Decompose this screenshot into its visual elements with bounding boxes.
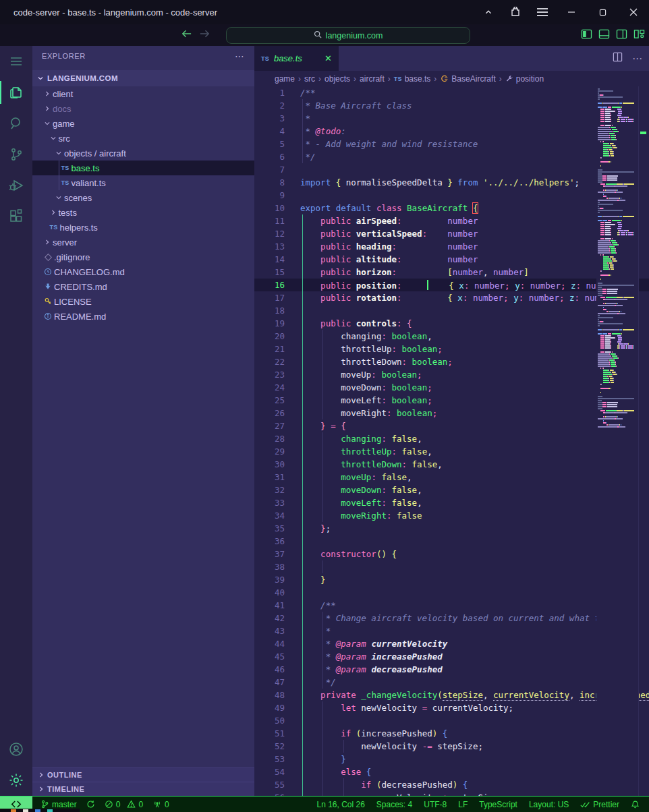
status-item-bell[interactable] [631,800,640,809]
settings-icon[interactable] [0,765,32,796]
code-line-23[interactable]: 23 moveUp: boolean; [254,368,649,381]
code-line-25[interactable]: 25 moveLeft: boolean; [254,394,649,407]
tab-base-ts[interactable]: TS base.ts ✕ [254,46,339,71]
breadcrumb-src[interactable]: src [304,74,315,84]
status-item-utf-8[interactable]: UTF-8 [424,800,447,809]
code-line-29[interactable]: 29 throttleUp: false, [254,445,649,458]
status-item-prettier[interactable]: Prettier [580,800,619,809]
code-line-34[interactable]: 34 moveRight: false [254,509,649,522]
code-line-53[interactable]: 53 } [254,753,649,765]
extensions-icon[interactable] [0,201,32,232]
layout-icon[interactable] [633,29,645,42]
code-line-6[interactable]: 6 */ [254,150,649,163]
code-line-55[interactable]: 55 if (decreasePushed) { [254,778,649,791]
code-line-43[interactable]: 43 * [254,625,649,637]
status-item-spaces-4[interactable]: Spaces: 4 [376,800,412,809]
workspace-root[interactable]: LANGENIUM.COM [32,70,254,86]
code-line-48[interactable]: 48 private _changeVelocity(stepSize, cur… [254,689,649,701]
breadcrumb-game[interactable]: game [275,74,295,84]
code-line-41[interactable]: 41 /** [254,599,649,612]
code-line-36[interactable]: 36 [254,535,649,548]
code-line-11[interactable]: 11 public airSpeed: number [254,214,649,227]
code-line-31[interactable]: 31 moveUp: false, [254,471,649,484]
tree-item-server[interactable]: server [32,235,254,250]
status-item-0[interactable]: 00 [105,800,143,809]
tree-item-license[interactable]: LICENSE [32,294,254,309]
code-line-2[interactable]: 2 * Base Aircraft class [254,99,649,112]
status-item-0[interactable]: 0 [152,800,169,809]
code-line-37[interactable]: 37 constructor() { [254,548,649,560]
extension-icon[interactable] [502,0,529,24]
editor-actions-icon[interactable]: ⋯ [632,53,642,65]
panel-right-icon[interactable] [616,29,627,42]
code-line-13[interactable]: 13 public heading: number [254,240,649,253]
code-line-40[interactable]: 40 [254,586,649,599]
forward-button[interactable] [199,29,210,41]
code-line-7[interactable]: 7 [254,163,649,176]
source-control-icon[interactable] [0,139,32,170]
breadcrumb-base-ts[interactable]: TSbase.ts [394,74,431,84]
menu-icon[interactable] [529,0,556,24]
code-line-44[interactable]: 44 * @param currentVelocity [254,637,649,650]
tree-item-changelog-md[interactable]: CHANGELOG.md [32,264,254,279]
status-item-typescript[interactable]: TypeScript [479,800,517,809]
tree-item-src[interactable]: src [32,131,254,146]
breadcrumb-position[interactable]: position [505,74,544,84]
tree-item--gitignore[interactable]: .gitignore [32,250,254,264]
code-line-15[interactable]: 15 public horizon: [number, number] [254,266,649,279]
code-line-21[interactable]: 21 throttleUp: boolean; [254,343,649,355]
code-line-50[interactable]: 50 [254,714,649,727]
breadcrumb-aircraft[interactable]: aircraft [360,74,385,84]
code-line-56[interactable]: 56 newVelocity += stepSize; [254,791,649,796]
minimap[interactable] [596,86,638,796]
code-line-4[interactable]: 4 * @todo: [254,125,649,138]
tree-item-scenes[interactable]: scenes [32,190,254,205]
tree-item-credits-md[interactable]: CREDITS.md [32,279,254,294]
back-button[interactable] [181,29,192,41]
timeline-panel-header[interactable]: TIMELINE [32,782,254,796]
search-icon[interactable] [0,108,32,139]
code-line-17[interactable]: 17 public rotation: { x: number; y: numb… [254,291,649,304]
address-bar[interactable]: langenium.com [226,27,470,44]
code-line-32[interactable]: 32 moveDown: false, [254,484,649,496]
tree-item-helpers-ts[interactable]: TShelpers.ts [32,220,254,235]
code-line-1[interactable]: 1/** [254,86,649,99]
close-button[interactable] [618,0,649,24]
code-line-22[interactable]: 22 throttleDown: boolean; [254,355,649,368]
account-icon[interactable] [0,734,32,765]
code-line-35[interactable]: 35 }; [254,522,649,535]
tree-item-base-ts[interactable]: TSbase.ts [32,161,254,175]
code-line-51[interactable]: 51 if (increasePushed) { [254,727,649,740]
code-line-52[interactable]: 52 newVelocity -= stepSize; [254,740,649,753]
code-line-42[interactable]: 42 * Change aircraft velocity based on c… [254,612,649,625]
tree-item-docs[interactable]: docs [32,101,254,116]
tree-item-game[interactable]: game [32,116,254,131]
panel-left-icon[interactable] [581,29,592,42]
explorer-actions-icon[interactable]: ⋯ [235,51,245,61]
code-line-24[interactable]: 24 moveDown: boolean; [254,381,649,394]
tree-item-readme-md[interactable]: README.md [32,309,254,324]
breadcrumb-baseaircraft[interactable]: BaseAircraft [440,74,495,84]
code-area[interactable]: 1/**2 * Base Aircraft class3 *4 * @todo:… [254,86,649,796]
outline-panel-header[interactable]: OUTLINE [32,767,254,782]
code-line-9[interactable]: 9 [254,189,649,202]
split-editor-icon[interactable] [613,52,623,65]
run-debug-icon[interactable] [0,170,32,201]
code-line-20[interactable]: 20 changing: boolean, [254,330,649,343]
maximize-button[interactable] [587,0,618,24]
hamburger-menu-icon[interactable] [0,46,32,77]
breadcrumb-objects[interactable]: objects [324,74,350,84]
caret-up-icon[interactable] [475,0,502,24]
code-line-27[interactable]: 27 } = { [254,419,649,432]
code-line-33[interactable]: 33 moveLeft: false, [254,496,649,509]
overview-ruler[interactable] [638,86,649,796]
status-item-master[interactable]: master [40,800,77,809]
code-line-49[interactable]: 49 let newVelocity = currentVelocity; [254,701,649,714]
code-line-14[interactable]: 14 public altitude: number [254,253,649,266]
code-line-30[interactable]: 30 throttleDown: false, [254,458,649,471]
tree-item-objects-aircraft[interactable]: objects / aircraft [32,146,254,161]
code-line-18[interactable]: 18 [254,304,649,317]
code-line-38[interactable]: 38 [254,560,649,573]
code-line-10[interactable]: 10export default class BaseAircraft { [254,202,649,214]
code-line-39[interactable]: 39 } [254,573,649,586]
